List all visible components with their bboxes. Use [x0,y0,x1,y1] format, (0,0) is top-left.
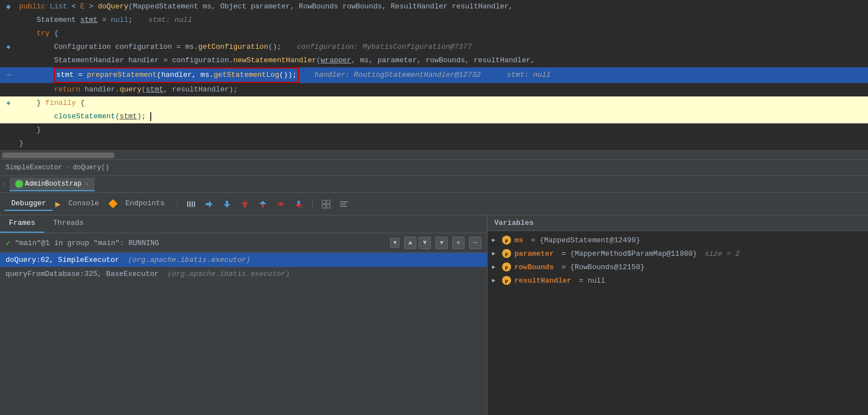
thread-name: "main"@1 in group "main": RUNNING [15,239,386,247]
frame-row-2[interactable]: queryFromDatabase:325, BaseExecutor (org… [0,267,487,281]
svg-rect-9 [244,204,246,208]
svg-marker-4 [209,201,212,208]
code-line-9: closeStatement(stmt); [0,110,868,123]
mute-breakpoints-btn[interactable] [183,196,199,212]
filter-btn[interactable]: ▼ [435,237,448,249]
step-out-btn[interactable] [237,196,253,212]
svg-rect-22 [340,206,347,207]
step-into-btn[interactable] [219,196,235,212]
gutter-3 [0,27,17,40]
tab-frames[interactable]: Frames [0,215,44,233]
var-name-parameter: parameter [514,250,554,258]
gutter-5 [0,54,17,67]
tab-endpoints[interactable]: Endpoints [119,197,171,211]
endpoints-icon: 🔶 [108,199,118,209]
code-content-8: } finally { [17,96,868,110]
svg-rect-5 [206,203,209,205]
code-content-1: public List < E > doQuery(MappedStatemen… [17,0,868,13]
frames-content: ✓ "main"@1 in group "main": RUNNING ▼ ▲ … [0,233,487,415]
var-row-ms: ▶ p ms = {MappedStatement@12499} [488,233,868,247]
console-tab-group: ▶ Console [55,197,105,211]
horizontal-scrollbar[interactable] [0,150,868,159]
gutter-9 [0,110,17,123]
var-row-resulthandler: ▶ p resultHandler = null [488,274,868,287]
var-expand-ms[interactable]: ▶ [492,237,499,243]
svg-rect-17 [327,200,330,204]
align-icon [339,199,349,209]
force-step-btn[interactable]: 1 [291,196,307,212]
svg-marker-10 [259,201,266,204]
add-btn[interactable]: + [452,237,465,249]
code-line-7: return handler.query(stmt, resultHandler… [0,83,868,96]
variables-panel: Variables ▶ p ms = {MappedStatement@1249… [488,215,868,415]
thread-down-btn[interactable]: ▼ [419,237,431,249]
svg-rect-3 [194,201,195,207]
svg-rect-0 [187,201,188,207]
gutter-4: ◆ [0,40,17,54]
code-editor: ◆ public List < E > doQuery(MappedStatem… [0,0,868,150]
svg-point-12 [280,203,282,205]
tab-label: AdminBootstrap [25,180,82,188]
code-content-3: try { [17,27,868,40]
force-step-icon: 1 [294,199,304,209]
code-line-6: → stmt = prepareStatement(handler, ms.ge… [0,67,868,83]
tab-prefix-colon: : [2,181,10,188]
remove-btn[interactable]: − [469,237,481,249]
step-out-icon [240,199,250,209]
var-row-rowbounds: ▶ p rowBounds = {RowBounds@12150} [488,260,868,274]
code-content-9: closeStatement(stmt); [17,110,868,123]
thread-up-btn[interactable]: ▲ [404,237,416,249]
svg-marker-6 [224,204,230,208]
tab-debugger[interactable]: Debugger [4,197,53,211]
evaluate-btn[interactable] [273,196,289,212]
frames-panel: Frames Threads ✓ "main"@1 in group "main… [0,215,488,415]
debug-toolbar: Debugger ▶ Console 🔶 Endpoints [0,193,868,215]
var-expand-rowbounds[interactable]: ▶ [492,264,499,270]
thread-dropdown[interactable]: ▼ [390,238,400,248]
scrollbar-thumb[interactable] [2,153,114,158]
tab-console[interactable]: Console [62,197,106,211]
code-line-3: try { [0,27,868,40]
debug-panels: Frames Threads ✓ "main"@1 in group "main… [0,215,868,415]
code-content-2: Statement stmt = null; stmt: null [17,13,868,27]
breadcrumb-separator: › [66,164,69,172]
breakpoint-arrow-1: ◆ [6,0,11,13]
frame-row-1[interactable]: doQuery:62, SimpleExecutor (org.apache.i… [0,253,487,267]
var-expand-resulthandler[interactable]: ▶ [492,277,499,284]
frame-text-2: queryFromDatabase:325, BaseExecutor (org… [6,270,481,278]
grid-icon [321,199,331,209]
toolbar-sep-1 [177,199,178,210]
endpoints-tab-group: 🔶 Endpoints [108,197,171,211]
svg-rect-18 [322,205,326,208]
tab-threads[interactable]: Threads [44,215,93,233]
align-btn[interactable] [336,196,352,212]
code-content-10: } [17,123,868,137]
gutter-6: → [0,67,17,83]
code-line-10: } [0,123,868,137]
gutter-1: ◆ [0,0,17,13]
toolbar-sep-2 [312,199,313,210]
step-over-btn[interactable] [201,196,217,212]
var-expand-parameter[interactable]: ▶ [492,250,499,257]
code-line-11: } [0,137,868,150]
code-content-7: return handler.query(stmt, resultHandler… [17,83,868,96]
breadcrumb: SimpleExecutor › doQuery() [0,159,868,176]
var-name-ms: ms [514,236,523,245]
gutter-8: ◆ [0,96,17,110]
variables-content: ▶ p ms = {MappedStatement@12499} ▶ p par… [488,231,868,415]
run-to-cursor-btn[interactable] [255,196,271,212]
svg-rect-11 [262,204,264,208]
thread-row: ✓ "main"@1 in group "main": RUNNING ▼ ▲ … [0,233,487,253]
code-line-2: Statement stmt = null; stmt: null [0,13,868,27]
code-line-5: StatementHandler handler = configuration… [0,54,868,67]
run-to-cursor-icon [258,199,268,209]
gutter-10 [0,123,17,137]
code-line-1: ◆ public List < E > doQuery(MappedStatem… [0,0,868,13]
svg-rect-19 [327,205,330,208]
tab-bar: : AdminBootstrap ✕ [0,176,868,193]
frame-text-1: doQuery:62, SimpleExecutor (org.apache.i… [6,256,481,264]
tab-close-btn[interactable]: ✕ [83,181,89,187]
tab-adminbootstrap[interactable]: AdminBootstrap ✕ [10,178,95,191]
show-execution-point-btn[interactable] [318,196,334,212]
svg-marker-8 [242,201,248,204]
